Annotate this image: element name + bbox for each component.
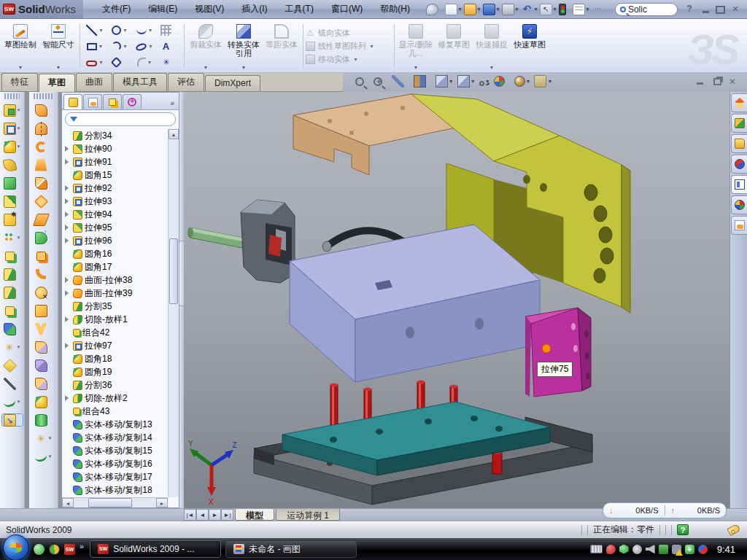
feature-tool-button[interactable]: ▼ xyxy=(5,249,20,262)
feature-tool-button[interactable]: ▼ xyxy=(4,341,21,354)
tray-icon[interactable] xyxy=(632,545,642,554)
document-tab[interactable]: 模型 xyxy=(235,509,274,521)
sketch-tool-button[interactable]: ▼ xyxy=(132,38,157,54)
expand-arrow-icon[interactable] xyxy=(65,395,71,401)
toolbar-icon[interactable] xyxy=(559,4,566,15)
tab-property-manager[interactable] xyxy=(83,94,102,109)
expand-arrow-icon[interactable] xyxy=(65,343,71,349)
sketch-tool-button[interactable]: ▼ xyxy=(132,22,157,38)
feature-tool-button[interactable]: ▼ xyxy=(4,122,21,135)
close-button[interactable]: ✕ xyxy=(729,4,741,15)
tree-item[interactable]: 实体-移动/复制17 xyxy=(65,470,168,483)
dropdown-arrow-icon[interactable]: ▼ xyxy=(533,4,538,15)
feature-label[interactable]: 实体-移动/复制17 xyxy=(85,471,152,483)
part-guide-rod[interactable] xyxy=(187,228,242,248)
scroll-right-icon[interactable]: ► xyxy=(156,498,168,508)
view-tool-icon[interactable] xyxy=(514,76,525,87)
surface-tool-button[interactable]: ▼ xyxy=(35,286,53,299)
feature-label[interactable]: 切除-放样1 xyxy=(85,314,128,326)
tree-item[interactable]: 实体-移动/复制14 xyxy=(65,431,168,444)
dropdown-arrow-icon[interactable]: ▼ xyxy=(147,60,152,65)
view-tool-icon[interactable] xyxy=(457,75,470,88)
tray-icon[interactable] xyxy=(698,545,708,554)
surface-tool-button[interactable]: ▼ xyxy=(36,268,51,281)
sketch-button[interactable]: 草图绘制▼ xyxy=(1,21,39,71)
toolbar-icon[interactable] xyxy=(502,4,514,15)
feature-tool-button[interactable]: ▼ xyxy=(4,213,21,226)
dropdown-arrow-icon[interactable]: ▼ xyxy=(495,4,500,15)
task-pane-tab[interactable] xyxy=(731,216,747,235)
help-button[interactable]: ? xyxy=(684,4,695,15)
dropdown-arrow-icon[interactable]: ▼ xyxy=(17,108,21,112)
tree-item[interactable]: 实体-移动/复制15 xyxy=(65,444,168,457)
graphics-viewport[interactable]: Y Z X 拉伸75 ↓0KB/S ↑0KB/S xyxy=(184,92,729,508)
repair-sketch-button[interactable]: 修复草图 xyxy=(435,21,473,71)
feature-label[interactable]: 实体-移动/复制13 xyxy=(85,419,152,431)
smart-dimension-button[interactable]: 智能尺寸▼ xyxy=(39,21,77,71)
view-tool-icon[interactable] xyxy=(374,77,382,86)
sketch-tool-button[interactable]: ▼ xyxy=(157,38,182,54)
surface-tool-button[interactable]: ▼ xyxy=(35,195,53,208)
feature-label[interactable]: 拉伸97 xyxy=(85,340,112,352)
feature-label[interactable]: 组合43 xyxy=(82,405,109,418)
dropdown-arrow-icon[interactable]: ▼ xyxy=(526,79,531,84)
expand-arrow-icon[interactable] xyxy=(65,316,71,322)
taskbar-window-button[interactable]: SW SolidWorks 2009 - ... xyxy=(90,540,221,558)
tree-filter-box[interactable] xyxy=(65,112,176,126)
feature-label[interactable]: 圆角17 xyxy=(85,261,112,273)
task-pane-tab[interactable] xyxy=(731,155,747,174)
dropdown-arrow-icon[interactable]: ▼ xyxy=(123,44,128,49)
toolbar-grip[interactable] xyxy=(4,93,20,99)
search-input[interactable]: Solic xyxy=(628,4,647,15)
tree-item[interactable]: 拉伸91 xyxy=(65,155,168,168)
tree-item[interactable]: 分割34 xyxy=(65,129,168,142)
tree-item[interactable]: 实体-移动/复制18 xyxy=(65,483,168,497)
feature-label[interactable]: 实体-移动/复制15 xyxy=(85,445,152,457)
display-delete-relations-button[interactable]: 显示/删除几...▼ xyxy=(397,21,435,71)
sketch-tool-button[interactable]: ▼ xyxy=(107,54,132,70)
feature-label[interactable]: 圆角19 xyxy=(85,366,112,378)
tab-dimxpert-manager[interactable] xyxy=(123,94,142,109)
tree-item[interactable]: 圆角17 xyxy=(65,260,168,273)
feature-tool-button[interactable]: ▼ xyxy=(4,158,21,171)
mirror-entities-button[interactable]: ⚠ 镜向实体 xyxy=(306,28,392,39)
doc-restore-button[interactable] xyxy=(713,78,721,85)
tree-item[interactable]: 拉伸93 xyxy=(65,195,168,208)
feature-tool-button[interactable]: ▼ xyxy=(4,176,21,190)
toolbar-icon[interactable] xyxy=(464,4,476,15)
tree-item[interactable]: 拉伸97 xyxy=(65,339,168,352)
tree-item[interactable]: 拉伸95 xyxy=(65,221,168,234)
menu-item[interactable]: 文件(F) xyxy=(93,1,139,18)
maximize-button[interactable] xyxy=(716,6,725,14)
tray-icon[interactable] xyxy=(619,545,629,554)
ribbon-tab[interactable]: 评估 xyxy=(168,73,204,91)
dropdown-arrow-icon[interactable]: ▼ xyxy=(552,4,557,15)
surface-tool-button[interactable]: ▼ xyxy=(35,304,53,317)
media-app-icon[interactable] xyxy=(49,544,60,555)
tree-item[interactable]: 拉伸96 xyxy=(65,234,168,247)
surface-tool-button[interactable]: ▼ xyxy=(36,249,51,262)
taskbar-window-button[interactable]: 未命名 - 画图 xyxy=(225,540,357,558)
feature-label[interactable]: 拉伸90 xyxy=(85,143,112,155)
ribbon-tab[interactable]: 特征 xyxy=(1,73,38,91)
tray-icon[interactable] xyxy=(659,545,668,554)
surface-tool-button[interactable]: ▼ xyxy=(35,322,53,335)
surface-tool-button[interactable]: ▼ xyxy=(35,432,53,445)
document-tab[interactable]: 运动算例 1 xyxy=(276,509,340,521)
surface-tool-button[interactable]: ▼ xyxy=(35,213,53,226)
feature-label[interactable]: 分割34 xyxy=(85,130,112,142)
surface-tool-button[interactable]: ▼ xyxy=(35,341,53,354)
view-tool-icon[interactable] xyxy=(494,76,505,87)
toolbar-icon[interactable] xyxy=(426,4,438,15)
sketch-tool-button[interactable]: ▼ xyxy=(157,54,182,70)
dropdown-arrow-icon[interactable]: ▼ xyxy=(48,454,53,459)
doc-close-button[interactable] xyxy=(729,77,740,86)
surface-tool-button[interactable]: ▼ xyxy=(35,450,53,463)
ribbon-tab[interactable]: 曲面 xyxy=(76,73,112,91)
expand-arrow-icon[interactable] xyxy=(65,225,71,230)
feature-tool-button[interactable]: ▼ xyxy=(4,322,21,335)
tree-item[interactable]: 实体-移动/复制13 xyxy=(65,418,168,431)
feature-tool-button[interactable]: ▼ xyxy=(4,268,21,281)
messenger-icon[interactable] xyxy=(34,544,44,555)
feature-label[interactable]: 分割36 xyxy=(85,379,112,392)
